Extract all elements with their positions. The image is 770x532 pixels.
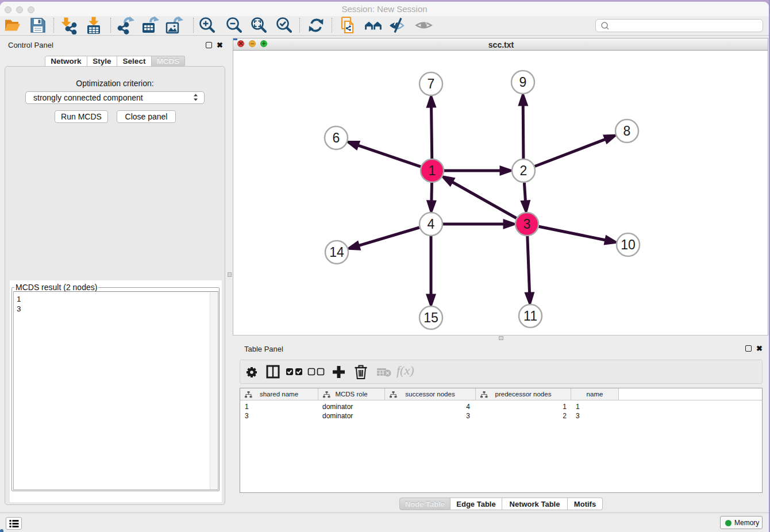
svg-text:2: 2 — [520, 163, 528, 178]
svg-text:9: 9 — [519, 75, 527, 90]
svg-text:7: 7 — [428, 76, 435, 91]
svg-text:6: 6 — [333, 130, 340, 145]
svg-text:8: 8 — [623, 124, 631, 138]
svg-text:10: 10 — [621, 237, 636, 252]
svg-text:4: 4 — [428, 217, 435, 232]
svg-text:14: 14 — [329, 245, 344, 260]
svg-text:3: 3 — [523, 217, 531, 232]
svg-text:11: 11 — [523, 309, 537, 323]
svg-text:15: 15 — [424, 310, 438, 325]
svg-text:1: 1 — [429, 163, 436, 178]
